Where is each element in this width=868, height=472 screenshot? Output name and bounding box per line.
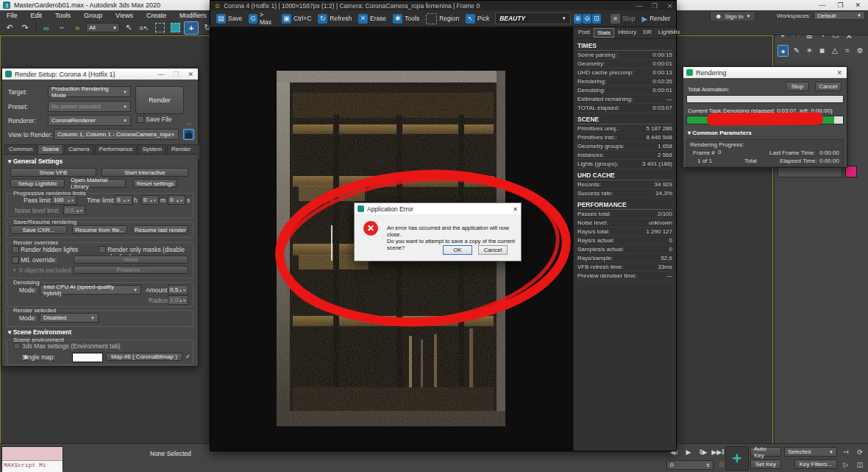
error-dialog-title-bar[interactable]: Application Error ✕ [355,203,521,214]
objects-excluded-plus[interactable]: + [13,267,16,274]
select-and-move-icon[interactable]: + [184,21,199,35]
time-limit-m-field[interactable]: 0▲▼ [141,195,159,205]
set-key-button[interactable]: Set Key [750,459,781,469]
selection-filter-dropdown[interactable]: All ▼ [86,23,120,32]
resume-from-file-button[interactable]: Resume from file... [72,225,127,234]
unlink-selection-icon[interactable]: ⌁ [55,22,68,34]
key-filters-button[interactable]: Key Filters... [794,459,837,469]
save-file-checkbox[interactable] [137,116,144,123]
vfb-save-button[interactable]: ▤Save [213,12,245,25]
object-name-field[interactable] [778,166,842,177]
tab-stats[interactable]: Stats [594,28,614,38]
close-icon[interactable]: ✕ [513,205,518,213]
minimize-icon[interactable]: — [636,2,643,10]
scene-environment-header[interactable]: ▾ Scene Environment [8,328,71,336]
vfb-tools-button[interactable]: ✱Tools [390,12,422,25]
reset-settings-button[interactable]: Reset settings [133,179,177,188]
common-parameters-header[interactable]: ▾ Common Parameters [688,130,752,136]
render-hidden-lights-checkbox[interactable] [12,246,19,253]
maximize-icon[interactable]: ❐ [173,71,179,78]
current-frame-field[interactable]: 0 ⇅ [666,460,714,470]
stop-button[interactable]: Stop [786,82,809,91]
vfb-render-button[interactable]: ▶Render [638,12,673,25]
rendering-title-bar[interactable]: Rendering ✕ [683,67,847,78]
play-icon[interactable]: ▶ [683,447,694,457]
auto-key-button[interactable]: Auto Key [750,447,781,457]
render-button[interactable]: Render [135,86,184,114]
sign-in-button[interactable]: ☻ Sign In ▼ [710,11,755,21]
resume-last-render-button[interactable]: Resume last render [132,225,188,234]
lock-view-button[interactable] [183,129,194,140]
select-and-link-icon[interactable]: ∞ [40,22,53,34]
spacewarps-category-icon[interactable]: ≈ [842,45,852,55]
close-icon[interactable]: ✕ [188,71,193,78]
systems-category-icon[interactable]: ⚙ [855,45,865,55]
minimize-icon[interactable]: — [157,71,164,78]
vfb-copy-button[interactable]: ▣Ctrl+C [279,12,314,25]
close-icon[interactable]: ✕ [855,1,861,9]
zoom-out-icon[interactable]: ⊖ [583,14,591,24]
redo-icon[interactable]: ↷ [18,22,32,34]
render-only-masks-checkbox[interactable] [99,246,106,253]
time-limit-h-field[interactable]: 0▲▼ [115,195,132,205]
vfb-title-bar[interactable]: ☺ Corona 4 (Hotfix 1) | 1000×1567px (1:2… [210,1,676,10]
undo-icon[interactable]: ↶ [3,22,16,34]
vfb-stop-button[interactable]: ■Stop [608,12,638,25]
environment-map-check-icon[interactable]: ✓ [185,353,191,360]
save-file-more-button[interactable]: ... [186,119,191,126]
cameras-category-icon[interactable]: ◙ [817,45,827,55]
general-settings-header[interactable]: ▾ General Settings [8,158,63,165]
menu-views[interactable]: Views [109,12,140,19]
radius-field[interactable]: 1,0▲▼ [168,295,188,305]
go-to-end-icon[interactable]: ▶▶‖ [712,447,724,457]
render-selected-mode-dropdown[interactable]: Disabled▼ [40,313,99,323]
menu-edit[interactable]: Edit [24,12,49,19]
select-by-name-icon[interactable]: ≡↖ [138,22,151,34]
tab-history[interactable]: History [615,28,639,38]
menu-file[interactable]: File [0,12,24,19]
vfb-refresh-button[interactable]: ↻Refresh [315,12,355,25]
vfb-to-max-button[interactable]: G> Max [246,12,278,25]
mtl-override-checkbox[interactable] [12,256,19,264]
preserve-button[interactable]: Preserve... [74,266,188,274]
start-interactive-button[interactable]: Start interactive [102,168,188,177]
align-icon[interactable]: ⟳ [854,447,866,457]
key-filter-dropdown[interactable]: Selected ▼ [784,447,837,457]
render-setup-title-bar[interactable]: Render Setup: Corona 4 (Hotfix 1) — ❐ ✕ [2,68,198,80]
objects-excluded-link[interactable]: 0 objects excluded... [19,267,77,274]
environment-color-swatch[interactable] [72,353,103,362]
isolate-icon[interactable]: ▷ [840,459,852,470]
lights-category-icon[interactable]: ☀ [805,45,814,55]
bind-to-spacewarp-icon[interactable]: ≈ [71,22,84,34]
env-3dsmax-radio[interactable] [13,342,21,350]
rectangular-selection-region-icon[interactable] [153,22,166,34]
target-dropdown[interactable]: Production Rendering Mode▼ [48,86,131,97]
vfb-region-button[interactable]: Region [423,12,462,25]
menu-create[interactable]: Create [140,12,173,19]
menu-tools[interactable]: Tools [49,12,77,19]
display-toggle-icon[interactable]: ◫ [854,459,866,470]
renderer-dropdown[interactable]: CoronaRenderer▼ [48,115,131,126]
zoom-in-icon[interactable]: ⊕ [574,14,583,24]
zoom-fit-icon[interactable]: ⊡ [592,14,601,24]
geometry-category-icon[interactable]: ● [778,45,789,57]
environment-map-button[interactable]: Map #6 ( CoronaBitmap ) [106,353,182,361]
next-key-icon[interactable]: ‖▶ [697,447,709,457]
cancel-button[interactable]: Cancel [478,245,508,255]
view-to-render-dropdown[interactable]: Column 1, Column 1 - CoronaCamera_ropa f… [54,129,179,140]
time-limit-s-field[interactable]: 0▲▼ [168,195,185,205]
pass-limit-field[interactable]: 100▲▼ [51,195,77,205]
maxscript-mini-listener[interactable]: MAXScript Mi [1,446,63,471]
maximize-icon[interactable]: ❐ [837,1,843,9]
select-object-icon[interactable]: ↖ [122,22,135,34]
amount-field[interactable]: 0,5▲▼ [168,285,188,295]
open-material-library-button[interactable]: Open Material Library [70,179,126,188]
denoise-mode-dropdown[interactable]: Intel CPU AI (speed-quality hybrid)▼ [40,285,141,295]
tab-lightmix[interactable]: LightMix [655,28,683,38]
tab-dr[interactable]: DR [640,28,655,38]
noise-limit-field[interactable]: 0,0▲▼ [63,205,85,215]
save-cxr-button[interactable]: Save CXR... [10,225,67,234]
workspace-dropdown[interactable]: Default ▼ [814,11,865,20]
show-vfb-button[interactable]: Show VFB [10,168,96,177]
tab-post[interactable]: Post [575,28,593,38]
